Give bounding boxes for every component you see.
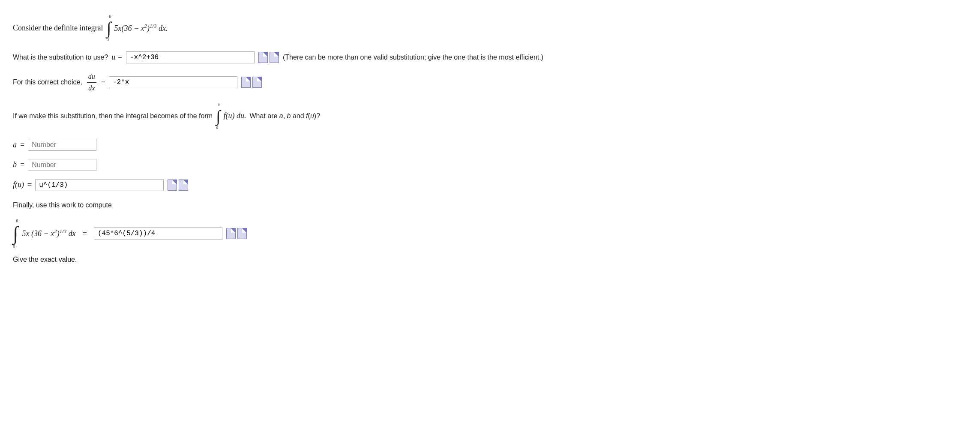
substitution-question: What is the substitution to use?	[13, 52, 108, 63]
form-integrand: f(u) du.	[223, 110, 246, 122]
final-integral-symbol: ∫	[13, 224, 18, 242]
substitution-section: What is the substitution to use? u = (Th…	[13, 51, 967, 63]
form-integral-symbol: ∫	[216, 109, 220, 123]
substitution-input[interactable]	[126, 51, 255, 63]
final-integrand: 5x (36 − x2)1/3 dx	[22, 227, 76, 240]
copy-doc-icon-2[interactable]	[270, 52, 279, 63]
fu-doc-icon-2[interactable]	[179, 180, 188, 191]
final-answer-input[interactable]	[94, 227, 222, 239]
fu-label: f(u)	[13, 179, 24, 191]
integral-symbol: ∫	[106, 21, 111, 36]
dudx-input[interactable]	[109, 76, 237, 88]
intro-text: Consider the definite integral	[13, 22, 103, 34]
fu-equals: =	[27, 179, 32, 191]
finally-section: Finally, use this work to compute 6 ∫ 0 …	[13, 199, 967, 266]
a-equals: =	[20, 139, 24, 151]
final-icons	[226, 228, 247, 239]
fu-section: f(u) =	[13, 179, 967, 191]
integrand-text: 5x(36 − x2)1/3 dx.	[114, 22, 168, 35]
fu-icons	[167, 180, 189, 191]
b-label: b	[13, 159, 17, 171]
dudx-icons	[241, 77, 262, 88]
dudx-prefix: For this correct choice,	[13, 77, 82, 88]
dudx-equals: =	[101, 76, 105, 89]
integral-form-label: If we make this substitution, then the i…	[13, 111, 213, 122]
fu-doc-icon-1[interactable]	[168, 180, 177, 191]
a-label: a	[13, 139, 17, 151]
final-doc-icon-1[interactable]	[226, 228, 236, 239]
fraction-denominator: dx	[87, 83, 96, 94]
integral-form-display: b ∫ a f(u) du.	[216, 101, 246, 131]
final-doc-icon-2[interactable]	[237, 228, 247, 239]
substitution-icons	[258, 52, 279, 63]
abfu-question: What are a, b and f(u)?	[249, 111, 320, 122]
dudx-fraction: du dx	[87, 71, 96, 93]
main-integral: 6 ∫ 0 5x(36 − x2)1/3 dx.	[106, 13, 168, 43]
b-input[interactable]	[28, 159, 96, 171]
form-lower-a: a	[216, 123, 219, 131]
final-integral: 6 ∫ 0 5x (36 − x2)1/3 dx	[13, 217, 76, 250]
fraction-numerator: du	[87, 71, 96, 83]
final-lower: 0	[13, 242, 15, 250]
substitution-note: (There can be more than one valid substi…	[283, 52, 543, 63]
dudx-section: For this correct choice, du dx =	[13, 71, 967, 93]
b-section: b =	[13, 159, 967, 171]
dudx-doc-icon-2[interactable]	[252, 77, 262, 88]
copy-doc-icon-1[interactable]	[258, 52, 268, 63]
fu-input[interactable]	[35, 179, 164, 191]
exact-value-note: Give the exact value.	[13, 256, 77, 263]
lower-limit: 0	[106, 36, 109, 44]
integral-form-section: If we make this substitution, then the i…	[13, 101, 967, 131]
intro-section: Consider the definite integral 6 ∫ 0 5x(…	[13, 13, 967, 43]
b-equals: =	[20, 159, 24, 171]
a-section: a =	[13, 139, 967, 151]
u-equals-label: u =	[111, 51, 123, 63]
final-equals: =	[83, 227, 87, 240]
a-input[interactable]	[28, 139, 96, 151]
finally-label: Finally, use this work to compute	[13, 201, 112, 209]
dudx-doc-icon-1[interactable]	[241, 77, 251, 88]
